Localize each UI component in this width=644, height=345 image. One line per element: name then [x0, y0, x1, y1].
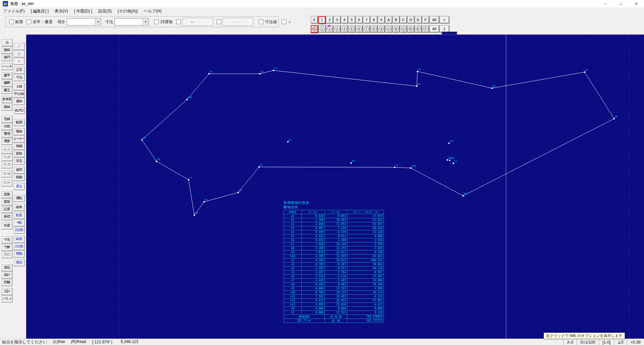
tool-ido-button[interactable]: 移動 — [13, 174, 24, 181]
tool-horaku-button[interactable]: 包絡 — [1, 115, 12, 123]
tool-line-button[interactable]: ／ — [13, 43, 24, 50]
layer-9-button[interactable]: 9 — [378, 25, 385, 32]
layer-group-E-button[interactable]: E — [415, 16, 422, 23]
tool-seiri-button[interactable]: 整理 — [1, 130, 12, 137]
tool-senkaku-button[interactable]: 線角 — [13, 204, 24, 211]
layer-F-button[interactable]: F — [422, 25, 429, 32]
layer-5-button[interactable]: 5 — [348, 25, 355, 32]
close-button[interactable]: ✕ — [629, 0, 644, 7]
layer-clear-button[interactable]: × — [440, 16, 449, 23]
layer-group-9-button[interactable]: 9 — [378, 16, 385, 23]
tool-corner-button[interactable]: コーナー — [13, 135, 24, 142]
layer-C-button[interactable]: C — [400, 25, 407, 32]
tool-hani-button[interactable]: 範囲 — [13, 119, 24, 126]
layer-group-5-button[interactable]: 5 — [348, 16, 355, 23]
tool-setsuen-button[interactable]: 接円 — [1, 54, 12, 61]
tool-hatch-button[interactable]: ハッチ — [1, 63, 12, 70]
rectangle-checkbox[interactable] — [9, 19, 14, 24]
layer-indicator-button[interactable]: [1-0] — [599, 339, 614, 345]
drawing-canvas[interactable]: k1k2k3k4k5k6k7k8k9k10n2n3n4n5n6n7n8n9n10… — [26, 35, 644, 339]
tool-tatehira-button[interactable]: 建平 — [1, 72, 12, 79]
deg15-checkbox[interactable] — [154, 19, 159, 24]
maximize-button[interactable]: □ — [613, 0, 629, 7]
tool-chushin-button[interactable]: 中心線 — [13, 90, 24, 98]
minimize-button[interactable]: ─ — [598, 0, 613, 7]
layer-1-button[interactable]: 1 — [319, 25, 326, 32]
layer-group-2-button[interactable]: 2 — [326, 16, 333, 23]
slope-combobox[interactable]: ▼ — [67, 18, 101, 25]
tool-shinshuku-button[interactable]: 伸縮 — [13, 142, 24, 150]
lt-checkbox[interactable] — [282, 19, 286, 24]
layer-group-6-button[interactable]: 6 — [356, 16, 362, 23]
tool-sunka-button[interactable]: 寸化 — [1, 236, 12, 243]
tool-rect-button[interactable]: □ — [13, 50, 24, 57]
arrow-line-checkbox[interactable] — [216, 19, 221, 24]
layer-group-A-button[interactable]: A — [385, 16, 392, 23]
tool-tatedan-button[interactable]: 建断 — [1, 79, 12, 87]
paper-size-button[interactable]: A-3 — [563, 339, 577, 345]
tool-mentori-button[interactable]: 面取 — [13, 150, 24, 157]
tool-shokyo-button[interactable]: 消去 — [13, 157, 24, 165]
menu-settings[interactable]: 設定(S) — [95, 7, 115, 15]
tool-fukusen-button[interactable]: 複線 — [13, 128, 24, 135]
tool-sunkai-button[interactable]: 寸解 — [1, 243, 12, 251]
layer-group-1-button[interactable]: 1 — [318, 16, 326, 24]
chevron-down-icon[interactable]: ▼ — [143, 19, 148, 25]
menu-edit[interactable]: [ 編集(E) ] — [28, 7, 51, 15]
layer-8-button[interactable]: 8 — [370, 25, 377, 32]
tool-bunkatsu-button[interactable]: 分割 — [1, 123, 12, 130]
zoom-indicator[interactable]: ×0.39 — [627, 339, 644, 345]
layer-group-7-button[interactable]: 7 — [363, 16, 370, 23]
tool-zokushu-button[interactable]: 属取 — [13, 194, 24, 202]
tool-sokutei-button[interactable]: 測定 — [1, 264, 12, 271]
horizontal-vertical-checkbox[interactable] — [27, 19, 31, 24]
tool-sessen-button[interactable]: 接線 — [1, 46, 12, 54]
menu-file[interactable]: ファイル(F) — [0, 7, 28, 15]
tool-shikikei-button[interactable]: 式計 — [1, 288, 12, 295]
menu-other[interactable]: [その他(A)] — [115, 7, 141, 15]
dimension-combobox[interactable]: ▼ — [114, 18, 149, 25]
tool-sencho-button[interactable]: 線長 — [13, 235, 24, 243]
tool-kyori-button[interactable]: 距離 — [1, 279, 12, 286]
tool-enchoku-button[interactable]: 鉛直 — [13, 212, 24, 219]
layer-group-current-button[interactable]: 1 — [440, 25, 449, 32]
menu-draw[interactable]: [ 作図(D) ] — [71, 7, 95, 15]
tool-parame-button[interactable]: パラメ — [1, 295, 12, 302]
tool-rensen-button[interactable]: 連線 — [13, 98, 24, 105]
layer-all-button[interactable]: All — [430, 25, 439, 32]
layer-D-button[interactable]: D — [407, 25, 414, 32]
tool-moji-button[interactable]: 文字 — [13, 66, 24, 74]
dot-line-checkbox[interactable] — [176, 19, 181, 24]
tool-ten-button[interactable]: 点 — [1, 39, 12, 46]
tool-zukei-button[interactable]: 図形 — [1, 191, 12, 198]
tool-nitencho-button[interactable]: 2点長 — [13, 243, 24, 250]
tool-kisetsu-button[interactable]: 基設 — [13, 259, 24, 266]
layer-4-button[interactable]: 4 — [341, 25, 348, 32]
layer-0-button[interactable]: 0 — [311, 25, 318, 33]
tool-gaihen-button[interactable]: 外変 — [1, 222, 12, 229]
tool-circle-button[interactable]: ○ — [13, 57, 24, 65]
tool-kankaku-button[interactable]: 間隔 — [13, 250, 24, 257]
menu-help[interactable]: ヘルプ(H) — [141, 7, 165, 15]
tool-nisen-button[interactable]: ２線 — [13, 83, 24, 90]
tool-kihen-button[interactable]: 記変 — [1, 206, 12, 213]
dimvalue-checkbox[interactable] — [259, 19, 263, 24]
layer-group-3-button[interactable]: 3 — [334, 16, 340, 23]
angle-indicator[interactable]: ∠0 — [614, 339, 627, 345]
tool-zahyo-button[interactable]: 座標 — [1, 213, 12, 220]
tool-nitenkaku-button[interactable]: 2点角 — [13, 226, 24, 234]
tool-modoru-button[interactable]: 戻る — [13, 183, 24, 190]
layer-7-button[interactable]: 7 — [363, 25, 370, 32]
layer-group-C-button[interactable]: C — [400, 16, 407, 23]
tool-fukusha-button[interactable]: 複写 — [13, 166, 24, 174]
tool-takaku-button[interactable]: 多角形 — [1, 96, 12, 103]
tool-zuto-button[interactable]: 図登 — [1, 198, 12, 206]
tool-kyokusen-button[interactable]: 曲線 — [1, 103, 12, 111]
layer-group-8-button[interactable]: 8 — [370, 16, 377, 23]
layer-group-4-button[interactable]: 4 — [341, 16, 348, 23]
tool-zokuhen-button[interactable]: 属変 — [1, 137, 12, 145]
layer-group-F-button[interactable]: F — [422, 16, 429, 23]
tool-tateritsu-button[interactable]: 建立 — [1, 87, 12, 94]
layer-group-B-button[interactable]: B — [393, 16, 399, 23]
layer-6-button[interactable]: 6 — [356, 25, 362, 32]
